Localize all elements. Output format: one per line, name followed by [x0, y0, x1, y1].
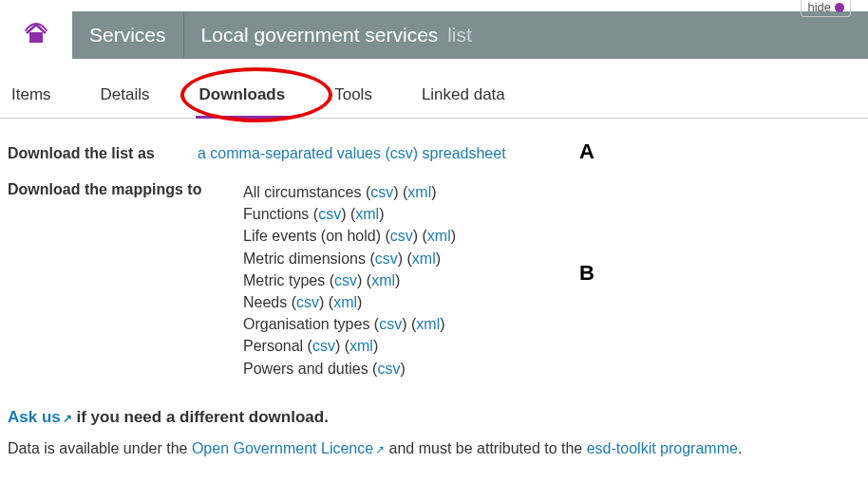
- external-link-icon: ↗: [63, 412, 72, 425]
- mapping-list: All circumstances (csv) (xml)Functions (…: [243, 181, 860, 380]
- mapping-csv-link[interactable]: csv: [334, 272, 357, 288]
- mapping-csv-link[interactable]: csv: [370, 184, 393, 200]
- mapping-xml-link[interactable]: xml: [407, 184, 431, 200]
- mapping-row: Functions (csv) (xml): [243, 203, 860, 225]
- ogl-link[interactable]: Open Government Licence↗: [192, 440, 385, 456]
- mapping-row: Powers and duties (csv): [243, 358, 860, 380]
- mapping-name: Functions: [243, 206, 313, 222]
- mapping-row: Needs (csv) (xml): [243, 291, 860, 313]
- mapping-xml-link[interactable]: xml: [333, 294, 357, 310]
- tab-items[interactable]: Items: [8, 68, 55, 118]
- mapping-xml-link[interactable]: xml: [355, 206, 379, 222]
- mapping-name: Personal: [243, 338, 308, 354]
- mapping-name: Organisation types: [243, 316, 374, 332]
- mapping-xml-link[interactable]: xml: [349, 338, 373, 354]
- mapping-xml-link[interactable]: xml: [412, 250, 436, 267]
- ogl-text: Open Government Licence: [192, 440, 373, 456]
- mapping-xml-link[interactable]: xml: [416, 316, 440, 332]
- download-list-section: Download the list as a comma-separated v…: [8, 145, 860, 162]
- tab-details[interactable]: Details: [97, 68, 154, 118]
- mapping-name: Life events (on hold): [243, 228, 385, 244]
- mapping-name: Needs: [243, 294, 292, 310]
- mapping-row: Personal (csv) (xml): [243, 335, 860, 357]
- licence-end: .: [738, 440, 742, 456]
- mapping-name: Metric dimensions: [243, 250, 369, 267]
- mapping-csv-link[interactable]: csv: [296, 294, 319, 310]
- services-label: Services: [89, 24, 166, 46]
- tabs: Items Details Downloads Tools Linked dat…: [0, 68, 868, 119]
- mapping-csv-link[interactable]: csv: [312, 338, 335, 354]
- licence-pre: Data is available under the: [8, 440, 192, 456]
- download-csv-link[interactable]: a comma-separated values (csv) spreadshe…: [198, 145, 506, 162]
- mapping-row: Organisation types (csv) (xml): [243, 313, 860, 335]
- ask-us-link[interactable]: Ask us↗: [8, 408, 72, 426]
- mapping-row: All circumstances (csv) (xml): [243, 181, 860, 203]
- mapping-xml-link[interactable]: xml: [427, 228, 451, 244]
- tab-linked-data[interactable]: Linked data: [418, 68, 509, 118]
- mapping-row: Metric types (csv) (xml): [243, 269, 860, 291]
- bar-rest: Services Local government services list: [72, 11, 868, 59]
- ask-line: Ask us↗ if you need a different download…: [8, 408, 860, 427]
- licence-mid: and must be attributed to the: [385, 440, 587, 456]
- tab-tools[interactable]: Tools: [330, 68, 376, 118]
- esd-link[interactable]: esd-toolkit programme: [587, 440, 738, 456]
- mapping-csv-link[interactable]: csv: [390, 228, 413, 244]
- hide-label: hide: [807, 0, 831, 14]
- download-mappings-section: Download the mappings to All circumstanc…: [8, 181, 860, 380]
- services-breadcrumb[interactable]: Services: [72, 11, 184, 59]
- home-icon: [24, 22, 48, 48]
- svg-rect-0: [29, 32, 43, 43]
- mapping-row: Life events (on hold) (csv) (xml): [243, 225, 860, 247]
- page-title-text: Local government services: [201, 24, 439, 46]
- mapping-csv-link[interactable]: csv: [375, 250, 398, 267]
- page-title: Local government services list: [184, 24, 472, 46]
- hide-toggle[interactable]: hide: [801, 0, 851, 17]
- home-button[interactable]: [0, 11, 72, 59]
- mapping-csv-link[interactable]: csv: [377, 361, 400, 377]
- mapping-csv-link[interactable]: csv: [379, 316, 402, 332]
- annotation-a: A: [579, 139, 594, 164]
- mapping-row: Metric dimensions (csv) (xml): [243, 248, 860, 269]
- mapping-csv-link[interactable]: csv: [318, 206, 341, 222]
- top-bar: Services Local government services list: [0, 11, 868, 59]
- content: A B Download the list as a comma-separat…: [0, 119, 868, 476]
- annotation-b: B: [579, 261, 594, 286]
- ask-us-text: Ask us: [8, 408, 61, 426]
- mapping-xml-link[interactable]: xml: [371, 272, 395, 288]
- licence-line: Data is available under the Open Governm…: [8, 440, 860, 457]
- tab-downloads[interactable]: Downloads: [196, 68, 290, 119]
- ask-rest: if you need a different download.: [72, 408, 329, 426]
- download-list-label: Download the list as: [8, 145, 198, 162]
- download-mappings-label: Download the mappings to: [8, 181, 243, 198]
- mapping-name: Metric types: [243, 272, 330, 288]
- page-title-suffix: list: [447, 24, 472, 46]
- hide-dot-icon: [835, 3, 844, 12]
- external-link-icon: ↗: [375, 443, 385, 456]
- mapping-name: Powers and duties: [243, 361, 372, 377]
- mapping-name: All circumstances: [243, 184, 366, 200]
